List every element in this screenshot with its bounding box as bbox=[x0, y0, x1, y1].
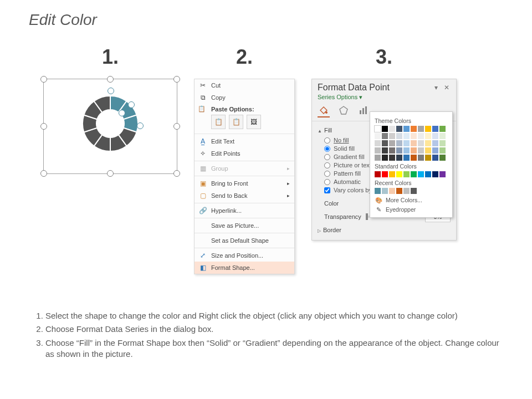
paste-option-button[interactable]: 📋 bbox=[211, 115, 226, 129]
color-swatch[interactable] bbox=[375, 155, 381, 161]
menu-hyperlink[interactable]: 🔗Hyperlink... bbox=[195, 204, 294, 217]
color-swatch[interactable] bbox=[396, 140, 402, 146]
color-swatch[interactable] bbox=[389, 133, 395, 139]
paste-option-button[interactable]: 📋 bbox=[229, 115, 243, 129]
resize-handle[interactable] bbox=[107, 76, 114, 83]
color-swatch[interactable] bbox=[418, 155, 424, 161]
resize-handle[interactable] bbox=[40, 76, 47, 83]
color-swatch[interactable] bbox=[418, 171, 424, 177]
color-swatch[interactable] bbox=[425, 147, 431, 154]
color-swatch[interactable] bbox=[396, 126, 402, 132]
color-swatch[interactable] bbox=[432, 147, 438, 154]
paste-option-button[interactable]: 🖼 bbox=[247, 115, 261, 129]
color-swatch[interactable] bbox=[439, 147, 446, 154]
segment-handle[interactable] bbox=[119, 110, 125, 116]
color-swatch[interactable] bbox=[425, 155, 431, 161]
color-swatch[interactable] bbox=[432, 171, 438, 177]
color-swatch[interactable] bbox=[411, 188, 417, 194]
color-swatch[interactable] bbox=[382, 155, 388, 161]
color-swatch[interactable] bbox=[432, 133, 438, 139]
color-swatch[interactable] bbox=[382, 147, 388, 154]
color-swatch[interactable] bbox=[403, 140, 410, 146]
color-swatch[interactable] bbox=[396, 171, 402, 177]
color-swatch[interactable] bbox=[411, 171, 417, 177]
color-swatch[interactable] bbox=[396, 147, 402, 154]
color-swatch[interactable] bbox=[418, 126, 424, 132]
resize-handle[interactable] bbox=[107, 170, 114, 177]
color-swatch[interactable] bbox=[432, 126, 438, 132]
border-heading[interactable]: ▷Border bbox=[318, 227, 451, 233]
color-swatch[interactable] bbox=[425, 126, 431, 132]
segment-handle[interactable] bbox=[137, 122, 144, 129]
color-swatch[interactable] bbox=[389, 155, 395, 161]
picker-more-colors[interactable]: 🎨More Colors... bbox=[375, 197, 448, 203]
color-swatch[interactable] bbox=[411, 147, 417, 154]
menu-edit-points[interactable]: ✧Edit Points bbox=[195, 147, 294, 160]
color-swatch[interactable] bbox=[418, 140, 424, 146]
color-swatch[interactable] bbox=[439, 126, 446, 132]
menu-format-shape[interactable]: ◧Format Shape... bbox=[195, 262, 294, 274]
donut-chart[interactable] bbox=[77, 90, 144, 157]
resize-handle[interactable] bbox=[40, 123, 47, 130]
color-swatch[interactable] bbox=[389, 140, 395, 146]
picker-eyedropper[interactable]: ✎Eyedropper bbox=[375, 206, 448, 213]
color-swatch[interactable] bbox=[403, 188, 410, 194]
color-swatch[interactable] bbox=[418, 133, 424, 139]
color-swatch[interactable] bbox=[396, 133, 402, 139]
menu-edit-text[interactable]: A̲Edit Text bbox=[195, 135, 294, 147]
resize-handle[interactable] bbox=[173, 170, 180, 177]
color-swatch[interactable] bbox=[389, 126, 395, 132]
tab-fill-line[interactable] bbox=[318, 104, 330, 117]
color-swatch[interactable] bbox=[432, 155, 438, 161]
resize-handle[interactable] bbox=[40, 170, 47, 177]
color-swatch[interactable] bbox=[375, 133, 381, 139]
color-swatch[interactable] bbox=[382, 140, 388, 146]
color-swatch[interactable] bbox=[432, 140, 438, 146]
color-swatch[interactable] bbox=[403, 171, 410, 177]
color-swatch[interactable] bbox=[375, 140, 381, 146]
menu-bring-front[interactable]: ▣Bring to Front▸ bbox=[195, 177, 294, 190]
menu-send-back[interactable]: ▢Send to Back▸ bbox=[195, 190, 294, 202]
menu-set-default[interactable]: Set as Default Shape bbox=[195, 234, 294, 247]
color-swatch[interactable] bbox=[375, 147, 381, 154]
menu-save-picture[interactable]: Save as Picture... bbox=[195, 219, 294, 232]
selected-shape-box[interactable] bbox=[43, 79, 177, 174]
color-swatch[interactable] bbox=[389, 147, 395, 154]
color-swatch[interactable] bbox=[418, 147, 424, 154]
color-swatch[interactable] bbox=[403, 126, 410, 132]
color-swatch[interactable] bbox=[425, 171, 431, 177]
pane-subtitle[interactable]: Series Options ▾ bbox=[312, 94, 456, 104]
color-swatch[interactable] bbox=[389, 188, 395, 194]
color-swatch[interactable] bbox=[396, 188, 402, 194]
color-swatch[interactable] bbox=[375, 188, 381, 194]
color-swatch[interactable] bbox=[439, 171, 446, 177]
color-swatch[interactable] bbox=[411, 155, 417, 161]
color-swatch[interactable] bbox=[382, 133, 388, 139]
color-swatch[interactable] bbox=[403, 133, 410, 139]
resize-handle[interactable] bbox=[173, 76, 180, 83]
color-swatch[interactable] bbox=[439, 140, 446, 146]
color-swatch[interactable] bbox=[411, 140, 417, 146]
color-swatch[interactable] bbox=[439, 155, 446, 161]
color-swatch[interactable] bbox=[425, 140, 431, 146]
menu-size-position[interactable]: ⤢Size and Position... bbox=[195, 249, 294, 262]
color-swatch[interactable] bbox=[411, 133, 417, 139]
menu-copy[interactable]: ⧉Copy bbox=[195, 91, 294, 104]
segment-handle[interactable] bbox=[108, 88, 114, 94]
color-swatch[interactable] bbox=[439, 133, 446, 139]
color-swatch[interactable] bbox=[382, 126, 388, 132]
menu-cut[interactable]: ✂Cut bbox=[195, 79, 294, 91]
pane-close-icon[interactable]: ▾ ✕ bbox=[434, 84, 452, 91]
color-swatch[interactable] bbox=[425, 133, 431, 139]
color-swatch[interactable] bbox=[396, 155, 402, 161]
tab-effects[interactable] bbox=[337, 104, 350, 117]
color-swatch[interactable] bbox=[411, 126, 417, 132]
color-swatch[interactable] bbox=[382, 171, 388, 177]
color-swatch[interactable] bbox=[375, 126, 381, 132]
segment-handle[interactable] bbox=[128, 101, 135, 108]
color-swatch[interactable] bbox=[389, 171, 395, 177]
resize-handle[interactable] bbox=[173, 123, 180, 130]
color-swatch[interactable] bbox=[375, 171, 381, 177]
color-swatch[interactable] bbox=[403, 147, 410, 154]
color-swatch[interactable] bbox=[382, 188, 388, 194]
